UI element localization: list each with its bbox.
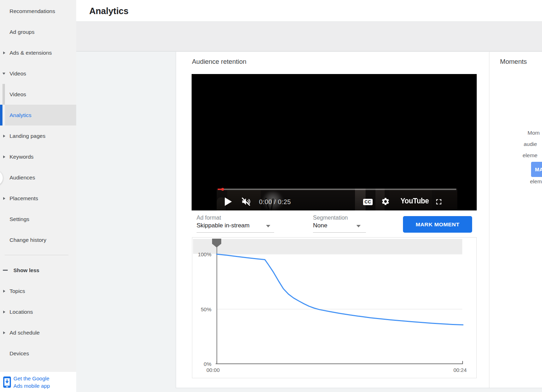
sidebar-item-devices[interactable]: Devices — [0, 343, 76, 364]
audience-retention-chart: 100% 50% 0% 00:00 00:24 — [192, 237, 477, 378]
sidebar-item-label: Placements — [0, 195, 38, 202]
video-progress-handle[interactable] — [221, 188, 224, 191]
toolbar-band — [76, 22, 542, 51]
chevron-right-icon — [3, 197, 5, 200]
sidebar-nav-list: RecommendationsAd groupsAds & extensions… — [0, 1, 76, 385]
mute-button[interactable] — [241, 197, 251, 208]
youtube-video-player[interactable]: 0:00 / 0:25 CC YouTube — [192, 74, 477, 210]
sidebar-item-ad-schedule[interactable]: Ad schedule — [0, 322, 76, 343]
google-ads-analytics-page: { "header": { "title": "Analytics" }, "s… — [0, 0, 542, 392]
sidebar-item-locations[interactable]: Locations — [0, 301, 76, 322]
main-content: Analytics Audience retention — [76, 0, 542, 392]
mobile-app-promo[interactable]: Get the Google Ads mobile app — [0, 372, 76, 392]
sidebar-item-label: Change history — [0, 237, 46, 243]
moments-text-fragment: elem — [530, 178, 542, 185]
sidebar-item-label: Devices — [0, 350, 29, 357]
fullscreen-button[interactable] — [434, 197, 443, 208]
play-icon — [225, 197, 232, 206]
retention-line-chart — [192, 238, 476, 378]
page-title: Analytics — [89, 0, 128, 22]
cc-icon: CC — [363, 199, 373, 205]
sidebar-item-label: Settings — [0, 216, 29, 222]
segmentation-select[interactable]: Segmentation None — [313, 215, 366, 233]
sidebar-item-label: Ads & extensions — [0, 50, 52, 56]
sidebar-item-recommendations[interactable]: Recommendations — [0, 1, 76, 22]
analytics-card: Audience retention — [176, 52, 542, 388]
sidebar-item-audiences[interactable]: Audiences — [0, 167, 76, 188]
sidebar-item-keywords[interactable]: Keywords — [0, 146, 76, 167]
sidebar-item-videos[interactable]: Videos — [0, 84, 76, 105]
moments-text-fragment: audie — [524, 141, 537, 147]
ad-format-value: Skippable in-stream — [197, 222, 274, 229]
sidebar-item-videos[interactable]: Videos — [0, 63, 76, 84]
ad-format-label: Ad format — [197, 215, 274, 221]
sidebar-item-placements[interactable]: Placements — [0, 188, 76, 209]
ad-format-select[interactable]: Ad format Skippable in-stream — [197, 215, 274, 233]
panel-divider — [489, 52, 489, 388]
moments-text-fragment: Mom — [528, 130, 540, 136]
sidebar-item-analytics[interactable]: Analytics — [5, 105, 76, 125]
chevron-right-icon — [3, 331, 5, 334]
select-underline — [197, 232, 274, 233]
sidebar-item-show-less[interactable]: Show less — [0, 260, 76, 281]
video-progress-bar[interactable] — [218, 189, 456, 190]
chevron-down-icon — [266, 225, 270, 227]
moments-mark-moment-button[interactable]: MA — [531, 162, 542, 177]
chevron-right-icon — [3, 290, 5, 293]
sidebar-item-topics[interactable]: Topics — [0, 281, 76, 301]
audience-retention-title: Audience retention — [192, 58, 246, 66]
chevron-right-icon — [3, 135, 5, 137]
sidebar-item-settings[interactable]: Settings — [0, 209, 76, 229]
chevron-down-icon — [2, 73, 5, 75]
select-underline — [313, 232, 366, 233]
sidebar-item-label: Ad schedule — [0, 330, 40, 336]
mark-moment-button[interactable]: MARK MOMENT — [403, 216, 472, 233]
fullscreen-icon — [434, 197, 443, 206]
mobile-app-promo-label: Get the Google Ads mobile app — [13, 375, 50, 390]
sidebar-item-label: Ad groups — [0, 29, 35, 35]
captions-button[interactable]: CC — [363, 198, 373, 205]
minus-icon — [3, 270, 8, 271]
page-header-bar: Analytics — [76, 0, 542, 22]
moments-title: Moments — [500, 58, 527, 66]
sidebar-item-label: Recommendations — [0, 8, 55, 14]
chevron-down-icon — [356, 225, 361, 227]
sidebar-navigation: RecommendationsAd groupsAds & extensions… — [0, 0, 76, 392]
spacer — [0, 255, 76, 260]
sidebar-item-label: Landing pages — [0, 133, 46, 139]
sidebar-item-label: Analytics — [5, 112, 31, 118]
segmentation-label: Segmentation — [313, 215, 366, 221]
sidebar-item-change-history[interactable]: Change history — [0, 229, 76, 250]
selected-indicator-bar — [0, 105, 2, 125]
mute-icon — [241, 197, 251, 207]
moments-text-fragment: eleme — [523, 152, 537, 159]
chevron-right-icon — [3, 155, 5, 158]
video-time-display: 0:00 / 0:25 — [259, 198, 291, 206]
sidebar-item-ad-groups[interactable]: Ad groups — [0, 22, 76, 42]
sidebar-item-label: Audiences — [0, 174, 35, 181]
play-button[interactable] — [225, 197, 232, 206]
chevron-right-icon — [3, 51, 5, 54]
sidebar-item-ads-extensions[interactable]: Ads & extensions — [0, 42, 76, 63]
settings-button[interactable] — [381, 197, 390, 207]
settings-gear-icon — [381, 197, 390, 206]
chevron-right-icon — [3, 311, 5, 313]
retention-data-line — [217, 254, 463, 325]
youtube-logo[interactable]: YouTube — [401, 197, 429, 206]
mobile-app-download-icon — [3, 376, 11, 388]
submenu-rail — [2, 84, 5, 105]
sidebar-item-landing-pages[interactable]: Landing pages — [0, 125, 76, 146]
